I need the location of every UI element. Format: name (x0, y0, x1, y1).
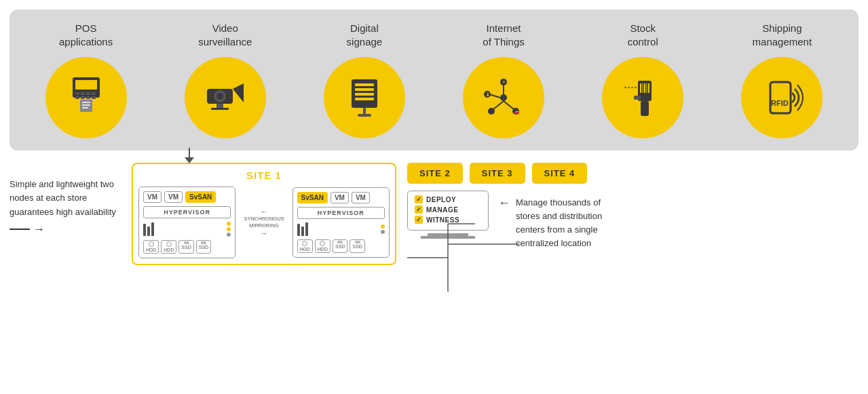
storage-dots-2 (381, 224, 385, 234)
app-circle-video (185, 57, 266, 138)
hypervisor-bar-1: HYPERVISOR (143, 206, 231, 218)
svg-rect-22 (355, 88, 374, 91)
svg-rect-46 (634, 96, 641, 100)
manage-label: MANAGE (426, 206, 458, 214)
app-label-video: Video surveillance (198, 22, 252, 49)
witness-item: ✓ WITNESS (415, 216, 481, 224)
vm-badge-1: VM (143, 191, 162, 203)
svg-rect-19 (211, 108, 229, 110)
svg-rect-23 (355, 93, 374, 96)
svg-text:🚗: 🚗 (514, 109, 520, 115)
app-circle-stock (602, 57, 683, 138)
disk-ssd-4: SSD (350, 239, 364, 253)
node1-box: VM VM SvSAN HYPERVISOR (138, 186, 235, 258)
svg-rect-9 (92, 96, 96, 99)
app-item-video: Video surveillance (168, 22, 283, 138)
svg-rect-1 (75, 80, 97, 90)
node1-badge-row: VM VM SvSAN (143, 191, 231, 203)
app-circle-shipping: RFID (741, 57, 823, 138)
camera-icon (202, 74, 249, 121)
site1-box: SITE 1 VM VM SvSAN HYPERVISOR (132, 163, 396, 265)
bottom-architecture: Simple and lightweight two nodes at each… (10, 163, 858, 265)
bar-6 (305, 222, 308, 236)
svg-rect-24 (355, 98, 374, 100)
barcode-scanner-icon (619, 74, 666, 121)
pos-icon (62, 74, 110, 121)
bar-4 (297, 224, 300, 236)
dot-gray-1 (227, 233, 231, 237)
left-arrow-sync: ← (261, 208, 268, 216)
arrow-left-icon: ← (498, 196, 510, 210)
monitor-box: ✓ DEPLOY ✓ MANAGE ✓ WITNESS (407, 191, 489, 231)
monitor-container: ✓ DEPLOY ✓ MANAGE ✓ WITNESS (407, 191, 489, 239)
storage-row-2 (297, 222, 385, 236)
site2-box: SITE 2 (407, 163, 463, 184)
site1-title: SITE 1 (138, 170, 390, 181)
svg-point-16 (216, 93, 223, 100)
svg-rect-3 (81, 92, 85, 95)
svg-rect-8 (86, 96, 90, 99)
side-text-content: Simple and lightweight two nodes at each… (10, 179, 116, 217)
svsan-badge-1: SvSAN (185, 191, 216, 203)
app-label-stock: Stock control (628, 22, 658, 49)
disk-ssd-1: SSD (178, 240, 193, 254)
hdd-row-2: HDD HDD SSD SSD (297, 239, 385, 253)
svg-text:🌡: 🌡 (485, 92, 491, 98)
app-label-pos: POS applications (59, 22, 113, 49)
app-label-iot: Internet of Things (483, 22, 524, 49)
svg-text:RFID: RFID (771, 99, 789, 107)
app-item-iot: Internet of Things ✦ 🌡 🚗 (446, 22, 561, 138)
svg-point-36 (488, 108, 495, 115)
svg-marker-17 (233, 83, 244, 102)
svg-line-30 (504, 101, 514, 109)
node2-box: SvSAN VM VM HYPERVISOR (293, 187, 390, 258)
dot-gray-2 (381, 230, 385, 234)
svg-rect-18 (216, 104, 223, 108)
sites-row: SITE 2 SITE 3 SITE 4 (407, 163, 858, 184)
svsan-badge-2: SvSAN (297, 192, 328, 203)
iot-icon: ✦ 🌡 🚗 (480, 74, 527, 121)
witness-label: WITNESS (426, 216, 459, 224)
disk-ssd-3: SSD (333, 239, 347, 253)
svg-rect-10 (80, 100, 92, 112)
node2-badge-row: SvSAN VM VM (297, 192, 385, 203)
bar-3 (151, 222, 154, 236)
storage-bars-1 (143, 222, 154, 236)
disk-hdd-1: HDD (143, 240, 159, 254)
bar-1 (143, 224, 146, 236)
storage-dots-1 (227, 222, 231, 237)
manage-checkbox: ✓ (415, 205, 423, 214)
manage-item: ✓ MANAGE (415, 205, 481, 214)
disk-hdd-4: HDD (315, 239, 331, 253)
svg-text:✦: ✦ (502, 80, 506, 84)
svg-rect-2 (75, 92, 79, 95)
dot-yellow-1 (227, 222, 231, 226)
dot-yellow-2 (227, 227, 231, 231)
app-item-digital: Digital signage (307, 22, 422, 138)
app-item-pos: POS applications (29, 22, 144, 138)
deploy-label: DEPLOY (426, 196, 456, 203)
storage-bars-2 (297, 222, 308, 236)
manage-text-container: ← Manage thousands of stores and distrib… (498, 191, 602, 251)
manage-row: ✓ DEPLOY ✓ MANAGE ✓ WITNESS (407, 191, 858, 251)
site4-box: SITE 4 (532, 163, 588, 184)
svg-rect-45 (641, 101, 649, 116)
deploy-checkbox: ✓ (415, 195, 423, 203)
rfid-icon: RFID (758, 74, 806, 121)
disk-hdd-2: HDD (161, 240, 176, 254)
hypervisor-bar-2: HYPERVISOR (297, 207, 385, 219)
side-text-description: Simple and lightweight two nodes at each… (10, 163, 132, 235)
right-arrow-sync: → (261, 229, 268, 237)
svg-rect-21 (355, 83, 374, 86)
svg-rect-26 (358, 114, 371, 117)
svg-rect-4 (86, 92, 90, 95)
svg-line-31 (489, 94, 500, 98)
svg-rect-48 (770, 82, 791, 113)
sync-mirroring-label: ← SYNCHRONOUSMIRRORING → (241, 208, 286, 237)
vm-badge-2: VM (164, 191, 183, 203)
right-section: SITE 2 SITE 3 SITE 4 ✓ DEPLOY ✓ MANAGE (407, 163, 858, 251)
manage-description: Manage thousands of stores and distribut… (516, 196, 602, 251)
disk-hdd-3: HDD (297, 239, 313, 253)
site3-box: SITE 3 (470, 163, 525, 184)
svg-line-29 (493, 101, 504, 109)
